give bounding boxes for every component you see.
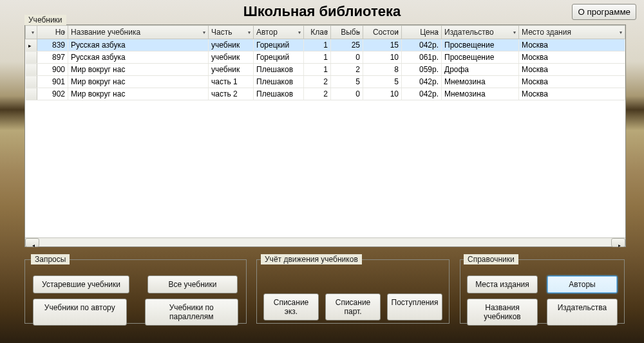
column-header-name[interactable]: Название учебника▾ xyxy=(68,26,209,39)
cell[interactable] xyxy=(26,64,37,76)
cell[interactable]: Русская азбука xyxy=(68,39,209,51)
column-header-part[interactable]: Часть▾ xyxy=(209,26,254,39)
column-header-price[interactable]: Цена▾ xyxy=(402,26,442,39)
dropdown-icon: ▾ xyxy=(32,30,34,35)
textbooks-table[interactable]: ▾ Но ▾ Название учебника▾ Часть▾ Автор▾ … xyxy=(25,25,625,237)
cell[interactable]: Москва xyxy=(519,64,625,76)
cell[interactable]: часть 1 xyxy=(209,76,254,88)
obsolete-textbooks-button[interactable]: Устаревшие учебники xyxy=(33,275,129,293)
dropdown-icon: ▾ xyxy=(248,30,251,35)
cell[interactable] xyxy=(26,88,37,100)
cell[interactable]: Плешаков xyxy=(254,64,304,76)
column-header-num[interactable]: Но ▾ xyxy=(37,26,68,39)
dropdown-icon: ▾ xyxy=(436,30,439,35)
cell[interactable]: учебник xyxy=(209,39,254,51)
cell[interactable]: 042р. xyxy=(402,88,442,100)
horizontal-scrollbar[interactable]: ◂ ▸ xyxy=(25,237,625,246)
cell[interactable]: ▸ xyxy=(26,39,37,51)
cell[interactable]: 042р. xyxy=(402,39,442,51)
cell[interactable]: Мир вокруг нас xyxy=(68,76,209,88)
cell[interactable]: Москва xyxy=(519,39,625,51)
table-row[interactable]: 902Мир вокруг насчасть 2Плешаков2010042р… xyxy=(26,88,625,100)
write-off-copies-button[interactable]: Списание экз. xyxy=(263,293,319,320)
incoming-button[interactable]: Поступления xyxy=(387,293,442,320)
dropdown-icon: ▾ xyxy=(357,30,360,35)
dropdown-icon: ▾ xyxy=(298,30,301,35)
cell[interactable]: Горецкий xyxy=(254,51,304,64)
cell[interactable]: учебник xyxy=(209,51,254,64)
write-off-batch-button[interactable]: Списание парт. xyxy=(325,293,381,320)
cell[interactable]: 839 xyxy=(37,39,68,51)
cell[interactable]: 897 xyxy=(37,51,68,64)
dropdown-icon: ▾ xyxy=(396,30,399,35)
cell[interactable]: Москва xyxy=(519,76,625,88)
all-textbooks-button[interactable]: Все учебники xyxy=(147,275,238,293)
refs-group: Места издания Авторы Названия учебников … xyxy=(460,259,625,324)
cell[interactable]: Москва xyxy=(519,88,625,100)
table-row[interactable]: 900Мир вокруг насучебникПлешаков128059р.… xyxy=(26,64,625,76)
titles-button[interactable]: Названия учебников xyxy=(467,299,538,326)
cell[interactable]: Мнемозина xyxy=(442,76,519,88)
movement-section-label: Учёт движения учебников xyxy=(261,254,362,264)
cell[interactable]: 1 xyxy=(304,64,331,76)
cell[interactable]: Мир вокруг нас xyxy=(68,88,209,100)
scroll-right-button[interactable]: ▸ xyxy=(611,238,625,247)
cell[interactable]: 5 xyxy=(331,76,363,88)
table-row[interactable]: 901Мир вокруг насчасть 1Плешаков255042р.… xyxy=(26,76,625,88)
cell[interactable]: часть 2 xyxy=(209,88,254,100)
cell[interactable]: 2 xyxy=(304,88,331,100)
cell[interactable]: Горецкий xyxy=(254,39,304,51)
cell[interactable]: 10 xyxy=(363,51,402,64)
cell[interactable]: 1 xyxy=(304,39,331,51)
cell[interactable]: Просвещение xyxy=(442,39,519,51)
cell[interactable]: Плешаков xyxy=(254,88,304,100)
cell[interactable]: 059р. xyxy=(402,64,442,76)
cell[interactable]: 2 xyxy=(304,76,331,88)
cell[interactable]: 8 xyxy=(363,64,402,76)
about-button[interactable]: О программе xyxy=(572,4,636,20)
dropdown-icon: ▾ xyxy=(620,30,622,35)
column-header-author[interactable]: Автор▾ xyxy=(254,26,304,39)
cell[interactable]: 1 xyxy=(304,51,331,64)
cell[interactable]: 10 xyxy=(363,88,402,100)
requests-section-label: Запросы xyxy=(31,254,70,264)
column-header-place[interactable]: Место здания▾ xyxy=(519,26,625,39)
cell[interactable]: Русская азбука xyxy=(68,51,209,64)
cell[interactable]: Мир вокруг нас xyxy=(68,64,209,76)
cell[interactable]: 2 xyxy=(331,64,363,76)
authors-button[interactable]: Авторы xyxy=(547,275,618,293)
app-title: Школьная библиотека xyxy=(0,3,644,20)
cell[interactable]: 042р. xyxy=(402,76,442,88)
column-header-class[interactable]: Клас▾ xyxy=(304,26,331,39)
cell[interactable]: 061р. xyxy=(402,51,442,64)
column-header-out[interactable]: Выбь▾ xyxy=(331,26,363,39)
cell[interactable]: 901 xyxy=(37,76,68,88)
cell[interactable]: 25 xyxy=(331,39,363,51)
column-header-stock[interactable]: Состои▾ xyxy=(363,26,402,39)
places-button[interactable]: Места издания xyxy=(467,275,538,293)
cell[interactable] xyxy=(26,76,37,88)
cell[interactable]: 0 xyxy=(331,88,363,100)
cell[interactable]: 15 xyxy=(363,39,402,51)
row-selector-header[interactable]: ▾ xyxy=(26,26,37,39)
cell[interactable]: 5 xyxy=(363,76,402,88)
current-row-icon: ▸ xyxy=(28,42,32,49)
publishers-button[interactable]: Издательства xyxy=(547,299,618,326)
cell[interactable] xyxy=(26,51,37,64)
table-row[interactable]: ▸839Русская азбукаучебникГорецкий1251504… xyxy=(26,39,625,51)
cell[interactable]: Москва xyxy=(519,51,625,64)
by-grade-button[interactable]: Учебники по параллелям xyxy=(145,299,239,326)
cell[interactable]: Дрофа xyxy=(442,64,519,76)
cell[interactable]: 0 xyxy=(331,51,363,64)
cell[interactable]: 900 xyxy=(37,64,68,76)
cell[interactable]: Просвещение xyxy=(442,51,519,64)
cell[interactable]: Мнемозина xyxy=(442,88,519,100)
by-author-button[interactable]: Учебники по автору xyxy=(33,299,127,326)
movement-group: Списание экз. Списание парт. Поступления xyxy=(256,259,450,324)
column-header-publisher[interactable]: Издательство▾ xyxy=(442,26,519,39)
table-row[interactable]: 897Русская азбукаучебникГорецкий1010061р… xyxy=(26,51,625,64)
cell[interactable]: 902 xyxy=(37,88,68,100)
cell[interactable]: учебник xyxy=(209,64,254,76)
scroll-left-button[interactable]: ◂ xyxy=(25,238,39,247)
cell[interactable]: Плешаков xyxy=(254,76,304,88)
